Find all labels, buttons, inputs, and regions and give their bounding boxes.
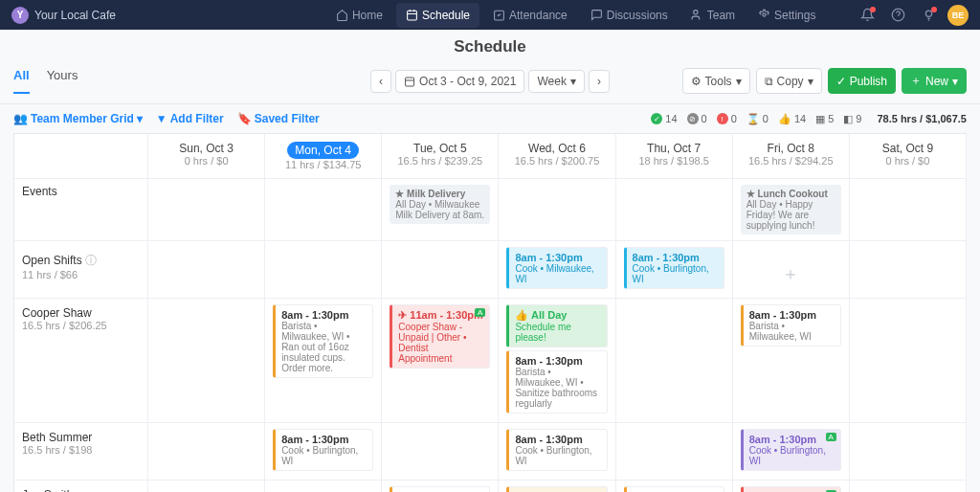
view-tabs: All Yours xyxy=(13,68,78,94)
shift-card[interactable]: 8am - 1:30pmCook • Burlington, WI xyxy=(506,429,607,471)
day-header: Sun, Oct 30 hrs / $0 xyxy=(148,134,265,179)
shift-card[interactable]: A8am - 1:30pmCook • Burlington, WI xyxy=(741,429,841,471)
bell-icon[interactable] xyxy=(856,4,879,27)
brand[interactable]: Y Your Local Cafe xyxy=(11,7,116,24)
day-header: Sat, Oct 90 hrs / $0 xyxy=(850,134,967,179)
day-header: Fri, Oct 816.5 hrs / $294.25 xyxy=(733,134,850,179)
tools-button[interactable]: ⚙ Tools ▾ xyxy=(682,68,750,94)
svg-point-3 xyxy=(763,13,766,16)
next-button[interactable]: › xyxy=(589,70,610,93)
shift-card[interactable]: 8am - 1:30pmCook • Milwaukee, WI xyxy=(390,486,490,492)
nav-discussions[interactable]: Discussions xyxy=(581,3,678,28)
shift-card[interactable]: 8am - 1:30pmBarista • Milwaukee, WI xyxy=(741,304,841,347)
brand-name: Your Local Cafe xyxy=(34,9,116,22)
summary-stats: ✓14 ⊘0 !0 ⌛0 👍14 ▦5 ◧9 78.5 hrs / $1,067… xyxy=(651,113,967,125)
shift-card[interactable]: 8am - 1:30pmBarista • Milwaukee, WI • Ra… xyxy=(273,304,373,378)
light-icon[interactable] xyxy=(917,4,940,27)
svg-point-5 xyxy=(925,11,931,16)
shift-card[interactable]: A✈ 8am - 10:30amJoe Smith - Unpaid | Vac… xyxy=(741,486,841,492)
row-member: Beth Summer16.5 hrs / $198 xyxy=(14,423,148,481)
date-range-button[interactable]: Oct 3 - Oct 9, 2021 xyxy=(395,70,524,93)
team-grid-select[interactable]: 👥 Team Member Grid ▾ xyxy=(13,112,143,125)
shift-card[interactable]: 👍 All DaySchedule me please! xyxy=(506,304,607,347)
brand-badge: Y xyxy=(11,7,29,24)
svg-rect-0 xyxy=(408,11,417,20)
day-header: Thu, Oct 718 hrs / $198.5 xyxy=(616,134,733,179)
tab-all[interactable]: All xyxy=(13,68,30,94)
svg-rect-6 xyxy=(406,78,414,86)
event-card[interactable]: ★ Milk DeliveryAll Day • Milwaukee Milk … xyxy=(390,185,490,224)
nav-attendance[interactable]: Attendance xyxy=(483,3,577,28)
top-bar: Y Your Local Cafe Home Schedule Attendan… xyxy=(0,0,980,30)
publish-button[interactable]: ✓ Publish xyxy=(828,68,896,94)
nav-team[interactable]: Team xyxy=(681,3,745,28)
row-open: Open Shifts ⓘ11 hrs / $66 xyxy=(14,241,148,299)
open-shift-card[interactable]: 8am - 1:30pmCook • Milwaukee, WI xyxy=(506,247,607,289)
schedule-grid: Sun, Oct 30 hrs / $0 Mon, Oct 411 hrs / … xyxy=(13,133,967,492)
row-member: Joe Smith11 hrs / $110 xyxy=(14,481,148,492)
copy-button[interactable]: ⧉ Copy ▾ xyxy=(756,68,822,94)
saved-filter-button[interactable]: 🔖 Saved Filter xyxy=(237,112,320,125)
shift-card[interactable]: 8am - 1:30pmCook • Burlington, WI xyxy=(273,429,373,471)
prev-button[interactable]: ‹ xyxy=(370,70,391,93)
top-nav: Home Schedule Attendance Discussions Tea… xyxy=(326,3,826,28)
avatar[interactable]: BE xyxy=(947,5,969,26)
shift-card[interactable]: ☀ All DayClass xyxy=(506,486,607,492)
page-title: Schedule xyxy=(0,30,980,64)
day-header: Tue, Oct 516.5 hrs / $239.25 xyxy=(382,134,499,179)
row-member: Cooper Shaw16.5 hrs / $206.25 xyxy=(14,299,148,423)
shift-card[interactable]: A✈ 11am - 1:30pmCooper Shaw - Unpaid | O… xyxy=(390,304,490,369)
event-card[interactable]: ★ Lunch CookoutAll Day • Happy Friday! W… xyxy=(741,185,841,235)
day-header: Mon, Oct 411 hrs / $134.75 xyxy=(265,134,382,179)
open-shift-card[interactable]: 8am - 1:30pmCook • Burlington, WI xyxy=(624,247,724,289)
new-button[interactable]: ＋ New ▾ xyxy=(902,68,967,94)
svg-point-2 xyxy=(693,11,697,14)
nav-home[interactable]: Home xyxy=(326,3,392,28)
day-header: Wed, Oct 616.5 hrs / $200.75 xyxy=(499,134,615,179)
add-filter-button[interactable]: ▼ Add Filter xyxy=(156,112,224,125)
nav-schedule[interactable]: Schedule xyxy=(396,3,479,28)
top-icons: BE xyxy=(856,4,969,27)
help-icon[interactable] xyxy=(886,4,909,27)
shift-card[interactable]: 8am - 1:30pmBarista • Milwaukee, WI • Sa… xyxy=(506,350,607,414)
row-events: Events xyxy=(14,179,148,241)
tab-yours[interactable]: Yours xyxy=(47,68,78,94)
add-shift-button[interactable]: ＋ xyxy=(733,241,850,299)
nav-settings[interactable]: Settings xyxy=(748,3,825,28)
shift-card[interactable]: 8am - 1:30pmCook • Milwaukee, WI xyxy=(624,486,724,492)
period-select[interactable]: Week ▾ xyxy=(528,70,584,93)
